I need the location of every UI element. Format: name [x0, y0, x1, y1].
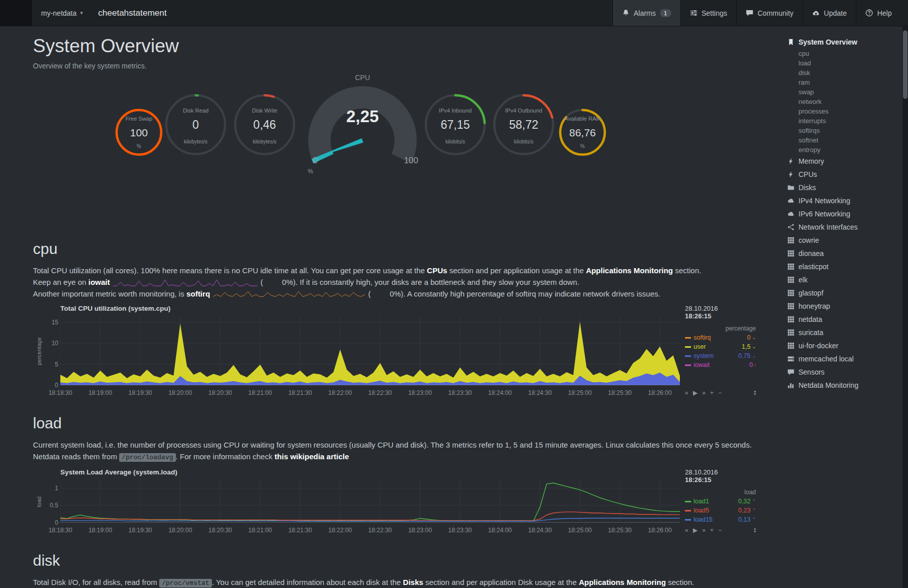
description-text: . For more information check	[176, 452, 275, 461]
legend-series-softirq[interactable]: softirq 0 ⌄	[685, 334, 756, 341]
sidebar-item-glastopf[interactable]: glastopf	[787, 286, 904, 300]
resize-down-icon[interactable]: ▾	[754, 530, 756, 533]
nav-update[interactable]: Update	[803, 0, 856, 26]
gauge-min: 0	[313, 156, 317, 166]
sidebar-item-elk[interactable]: elk	[787, 273, 904, 286]
sidebar-subitem-disk[interactable]: disk	[787, 68, 904, 78]
sidebar-item-memcached-local[interactable]: memcached local	[787, 352, 904, 365]
sidebar-item-ipv6-networking[interactable]: IPv6 Networking	[787, 207, 904, 220]
description-text: Total CPU utilization (all cores). 100% …	[33, 266, 427, 275]
pan-right-icon[interactable]: »	[702, 389, 706, 396]
easypie-ipv4-inbound[interactable]: IPv4 Inbound 67,15 kilobits/s	[423, 93, 487, 159]
cpu-gauge[interactable]: CPU 2,25 0 100 %	[302, 74, 423, 177]
easypie-available-ram[interactable]: Available RAM 86,76 %	[558, 107, 607, 159]
sidebar-subitem-processes[interactable]: processes	[787, 106, 904, 116]
play-icon[interactable]: ▶	[693, 389, 698, 396]
play-icon[interactable]: ▶	[693, 527, 698, 534]
nav-help[interactable]: Help	[856, 0, 901, 26]
sidebar-item-ipv4-networking[interactable]: IPv4 Networking	[787, 194, 904, 207]
legend-series-user[interactable]: user 1,5 ⌄	[685, 343, 756, 350]
zoom-in-icon[interactable]: +	[710, 389, 714, 396]
sidebar-subitem-swap[interactable]: swap	[787, 87, 904, 97]
sidebar-item-disks[interactable]: Disks	[787, 181, 904, 194]
x-tick-label: 18:21:00	[240, 389, 280, 396]
sidebar-item-elasticpot[interactable]: elasticpot	[787, 260, 904, 273]
description-text: Another important metric worth monitorin…	[33, 289, 187, 298]
x-tick-label: 18:19:30	[120, 389, 161, 396]
inline-link[interactable]: CPUs	[427, 266, 447, 275]
inline-link[interactable]: Applications Monitoring	[579, 578, 666, 586]
sidebar-subitem-interrupts[interactable]: interrupts	[787, 116, 904, 126]
x-tick-label: 18:19:00	[80, 389, 121, 396]
legend-series-load15[interactable]: load15 0,13 ⌃	[685, 516, 756, 523]
sidebar-subitem-network[interactable]: network	[787, 97, 904, 106]
chart-plot-area[interactable]	[60, 316, 680, 387]
section-description: Current system load, i.e. the number of …	[33, 439, 763, 451]
resize-handle[interactable]: ▴ ▾	[754, 527, 756, 533]
legend-series-load5[interactable]: load5 0,23 ⌃	[685, 507, 756, 514]
sidebar-subitem-softnet[interactable]: softnet	[787, 135, 904, 145]
chart-plot-area[interactable]	[60, 480, 680, 525]
sidebar-item-ui-for-docker[interactable]: ui-for-docker	[787, 339, 904, 352]
legend-datetime: 28.10.2016 18:26:15	[685, 305, 756, 320]
sidebar-subitem-entropy[interactable]: entropy	[787, 145, 904, 155]
legend-datetime: 28.10.2016 18:26:15	[685, 468, 756, 484]
legend-series-load1[interactable]: load1 0,32 ⌃	[685, 498, 756, 505]
sidebar-subitem-load[interactable]: load	[787, 58, 904, 68]
sidebar-item-dionaea[interactable]: dionaea	[787, 247, 904, 260]
gauges-row: Free Swap 100 % Disk Read 0 kilobytes/s …	[33, 71, 763, 223]
sidebar-item-suricata[interactable]: suricata	[787, 326, 904, 339]
share-icon	[787, 224, 794, 231]
nav-community[interactable]: Community	[736, 0, 803, 26]
easypie-free-swap[interactable]: Free Swap 100 %	[114, 107, 164, 159]
zoom-out-icon[interactable]: −	[718, 527, 722, 534]
easypie-disk-write[interactable]: Disk Write 0,46 kilobytes/s	[233, 93, 297, 159]
scrollbar-track[interactable]	[902, 26, 908, 588]
sidebar-item-cowrie[interactable]: cowrie	[787, 234, 904, 247]
iowait-sparkline[interactable]	[113, 279, 258, 287]
inline-link[interactable]: this wikipedia article	[275, 452, 349, 461]
legend-series-iowait[interactable]: iowait 0 ‹	[685, 361, 756, 369]
sidebar-item-label: CPUs	[798, 170, 817, 178]
sidebar-item-honeytrap[interactable]: honeytrap	[787, 300, 904, 313]
gauge-max: 100	[404, 156, 418, 166]
resize-handle[interactable]: ▴ ▾	[754, 390, 756, 396]
scrollbar-thumb[interactable]	[903, 30, 907, 99]
easypie-disk-read[interactable]: Disk Read 0 kilobytes/s	[164, 93, 228, 159]
x-tick-label: 18:20:30	[200, 527, 240, 534]
inline-link[interactable]: Disks	[403, 578, 423, 586]
sidebar-item-sensors[interactable]: Sensors	[787, 365, 904, 379]
grid-icon	[787, 250, 794, 257]
pan-left-icon[interactable]: «	[685, 527, 688, 534]
zoom-out-icon[interactable]: −	[718, 389, 722, 396]
softirq-sparkline[interactable]	[213, 290, 365, 299]
resize-down-icon[interactable]: ▾	[754, 393, 756, 396]
my-netdata-dropdown[interactable]: my-netdata ▾	[32, 0, 92, 26]
description-text: Total Disk I/O, for all disks, read from	[33, 578, 159, 586]
easypie-ipv4-outbound[interactable]: IPv4 Outbound 58,72 kilobits/s	[492, 93, 556, 159]
gauge-unit: %	[114, 143, 164, 149]
nav-alarms[interactable]: Alarms1	[612, 0, 680, 26]
sidebar-item-network-interfaces[interactable]: Network Interfaces	[787, 220, 904, 234]
sidebar-item-system-overview[interactable]: System Overview	[787, 35, 904, 49]
legend-time: 18:26:15	[685, 476, 756, 484]
x-tick-label: 18:22:00	[320, 527, 360, 534]
pan-right-icon[interactable]: »	[702, 527, 706, 534]
inline-link[interactable]: Applications Monitoring	[586, 266, 673, 275]
legend-series-system[interactable]: system 0,75 ⌄	[685, 352, 756, 359]
pan-left-icon[interactable]: «	[685, 389, 688, 396]
sidebar-item-cpus[interactable]: CPUs	[787, 168, 904, 181]
sidebar-subitem-softirqs[interactable]: softirqs	[787, 126, 904, 135]
sidebar-subitem-ram[interactable]: ram	[787, 78, 904, 87]
sidebar-item-netdata[interactable]: netdata	[787, 313, 904, 326]
zoom-in-icon[interactable]: +	[710, 527, 714, 534]
gauge-title: Free Swap	[114, 116, 164, 122]
sidebar-item-label: memcached local	[798, 355, 854, 363]
gauge-unit: kilobits/s	[423, 139, 487, 144]
sidebar-item-memory[interactable]: Memory	[787, 155, 904, 168]
legend-unit: percentage	[685, 325, 756, 332]
nav-settings[interactable]: Settings	[680, 0, 737, 26]
sidebar-item-netdata-monitoring[interactable]: Netdata Monitoring	[787, 379, 904, 392]
gauge-value: 100	[114, 127, 164, 139]
sidebar-subitem-cpu[interactable]: cpu	[787, 49, 904, 58]
